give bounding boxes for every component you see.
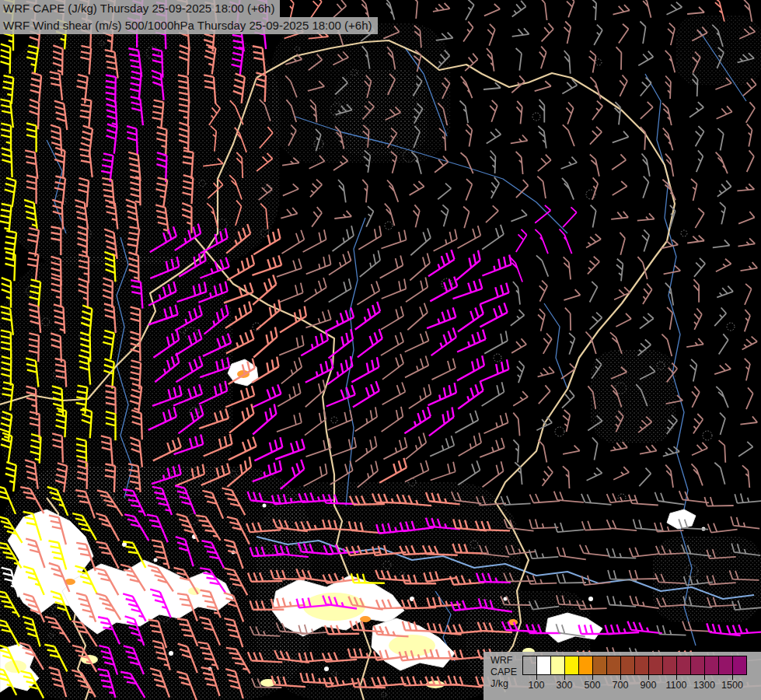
legend-cell — [634, 656, 649, 675]
legend-cell — [550, 656, 565, 675]
legend-unit-label: J/kg — [490, 678, 517, 690]
legend-cell — [536, 656, 551, 675]
legend-labels: WRF CAPE J/kg — [490, 655, 517, 690]
legend-cell — [648, 656, 663, 675]
legend-cell — [732, 656, 747, 675]
legend-tick-label: 1500 — [715, 680, 749, 691]
legend-cell — [662, 656, 677, 675]
weather-map: WRF CAPE (J/kg) Thursday 25-09-2025 18:0… — [0, 0, 761, 700]
legend-cell — [704, 656, 719, 675]
legend-cell — [564, 656, 579, 675]
legend-model-label: WRF — [490, 655, 517, 667]
legend-cell — [592, 656, 607, 675]
cape-legend: WRF CAPE J/kg 10030050070090011001300150… — [483, 652, 761, 700]
legend-cell — [690, 656, 705, 675]
map-canvas — [0, 0, 761, 700]
title-line-shear: WRF Wind shear (m/s) 500/1000hPa Thursda… — [0, 17, 378, 34]
legend-cell — [620, 656, 635, 675]
title-line-cape: WRF CAPE (J/kg) Thursday 25-09-2025 18:0… — [0, 0, 280, 17]
legend-cell — [522, 656, 537, 675]
legend-colorbar — [522, 656, 747, 675]
title-overlay: WRF CAPE (J/kg) Thursday 25-09-2025 18:0… — [0, 0, 378, 34]
legend-cell — [718, 656, 733, 675]
legend-field-label: CAPE — [490, 667, 517, 678]
legend-cell — [676, 656, 691, 675]
legend-cell — [606, 656, 621, 675]
legend-cell — [578, 656, 593, 675]
